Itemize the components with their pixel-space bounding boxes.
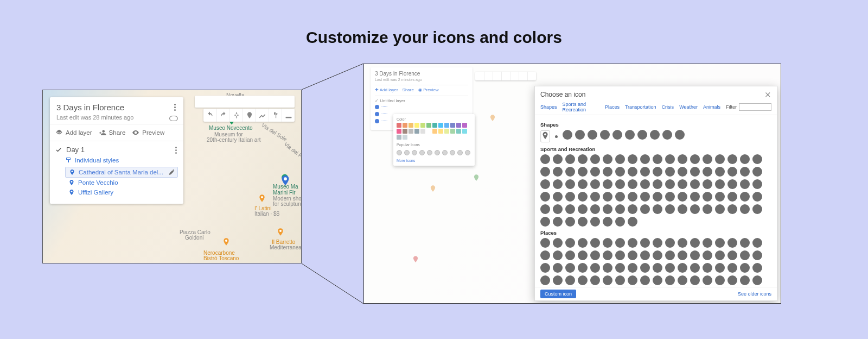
sport-icon[interactable] [540,167,550,177]
sport-icon[interactable] [628,217,637,227]
sport-icon[interactable] [603,154,612,164]
more-icons-link[interactable]: More icons [397,159,471,162]
individual-styles-link[interactable]: Individual styles [55,157,178,164]
add-layer-button[interactable]: ✚ Add layer [375,87,398,92]
place-icon[interactable] [540,238,550,248]
place-icon[interactable] [665,275,675,285]
sport-icon[interactable] [640,204,650,214]
sport-icon[interactable] [628,204,637,214]
color-swatches[interactable] [397,123,471,140]
sport-icon[interactable] [740,154,750,164]
place-icon[interactable] [703,263,712,273]
sport-icon[interactable] [628,167,637,177]
sport-icon[interactable] [727,204,737,214]
sport-icon[interactable] [603,192,612,202]
sport-icon[interactable] [690,204,700,214]
color-swatch[interactable] [432,123,437,128]
sport-icon[interactable] [752,154,762,164]
shape-icon[interactable] [662,130,672,140]
place-icon[interactable] [553,263,563,273]
sport-icon[interactable] [565,154,575,164]
place-icon[interactable] [740,263,750,273]
place-icon[interactable] [740,275,750,285]
color-swatch[interactable] [414,123,419,128]
layer-options-button[interactable] [171,146,180,154]
shape-icon[interactable] [675,130,685,140]
place-icon[interactable] [653,275,662,285]
sport-icon[interactable] [603,204,612,214]
sport-icon[interactable] [740,167,750,177]
sport-icon[interactable] [752,192,762,202]
sport-icon[interactable] [578,192,588,202]
sport-icon[interactable] [727,154,737,164]
sport-icon[interactable] [553,192,563,202]
place-icon[interactable] [727,263,737,273]
shape-icon[interactable] [612,130,622,140]
filter-input[interactable] [739,103,771,111]
place-icon[interactable] [628,238,637,248]
place-icon[interactable] [665,263,675,273]
color-swatch[interactable] [426,129,431,134]
sport-icon[interactable] [715,167,725,177]
preview-button[interactable]: Preview [132,129,164,136]
sport-icon[interactable] [640,154,650,164]
place-icon[interactable] [678,275,687,285]
color-swatch[interactable] [450,123,455,128]
color-swatch[interactable] [456,129,461,134]
directions-button[interactable] [269,109,282,122]
shape-icon[interactable] [600,130,610,140]
color-swatch[interactable] [426,123,431,128]
sport-icon[interactable] [590,217,600,227]
place-icon[interactable] [653,263,662,273]
place-icon[interactable] [678,238,687,248]
sport-icon[interactable] [665,167,675,177]
color-swatch[interactable] [397,135,401,140]
sport-icon[interactable] [565,217,575,227]
place-icon[interactable] [590,275,600,285]
place-icon[interactable] [615,238,625,248]
place-icon[interactable] [665,250,675,260]
place-icon[interactable] [553,250,563,260]
place-icon[interactable] [653,250,662,260]
sport-icon[interactable] [653,192,662,202]
share-button[interactable]: Share [99,129,126,136]
sport-icon[interactable] [590,154,600,164]
place-icon[interactable] [540,250,550,260]
place-icon[interactable] [640,263,650,273]
place-icon[interactable] [578,275,588,285]
color-swatch[interactable] [397,123,401,128]
sport-icon[interactable] [678,167,687,177]
color-swatch[interactable] [397,129,401,134]
sport-icon[interactable] [690,192,700,202]
place-icon[interactable] [628,250,637,260]
color-swatch[interactable] [403,135,407,140]
place-item-cathedral[interactable]: Cathedral of Santa Maria del... [65,167,178,178]
color-swatch[interactable] [456,123,461,128]
sport-icon[interactable] [752,204,762,214]
sport-icon[interactable] [540,204,550,214]
place-icon[interactable] [678,250,687,260]
place-icon[interactable] [590,238,600,248]
place-icon[interactable] [640,250,650,260]
color-swatch[interactable] [432,129,437,134]
place-icon[interactable] [727,250,737,260]
sport-icon[interactable] [653,204,662,214]
sport-icon[interactable] [603,167,612,177]
sport-icon[interactable] [640,192,650,202]
pan-button[interactable] [229,109,242,122]
place-icon[interactable] [603,275,612,285]
close-button[interactable] [764,91,771,98]
sport-icon[interactable] [665,179,675,189]
shape-icon[interactable] [637,130,647,140]
color-swatch[interactable] [450,129,455,134]
map-search-input[interactable] [195,96,295,108]
place-icon[interactable] [578,263,588,273]
sport-icon[interactable] [665,154,675,164]
sport-icon[interactable] [752,179,762,189]
sport-icon[interactable] [553,204,563,214]
sport-icon[interactable] [752,167,762,177]
sport-icon[interactable] [727,179,737,189]
place-icon[interactable] [740,250,750,260]
sport-icon[interactable] [703,204,712,214]
sport-icon[interactable] [740,192,750,202]
